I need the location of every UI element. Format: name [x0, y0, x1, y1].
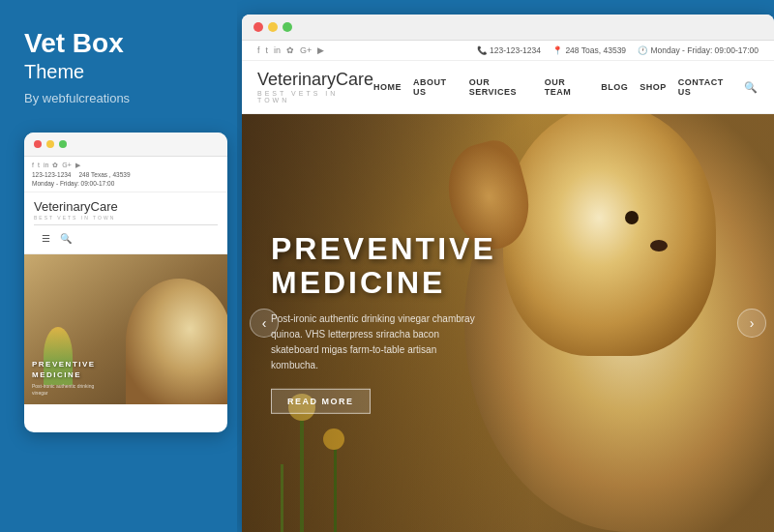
desktop-mockup: f t in ✿ G+ ▶ 📞 123-123-1234 📍 248 Toas,…: [242, 15, 774, 532]
mobile-logo-care: Care: [91, 199, 118, 214]
mobile-hero-title: PREVENTIVE MEDICINE: [32, 360, 96, 380]
mobile-logo-veterinary: Veterinary: [34, 199, 91, 214]
mobile-traffic-lights: [24, 133, 227, 157]
mobile-googleplus-icon: G+: [62, 162, 72, 169]
mobile-linkedin-icon: in: [44, 162, 48, 169]
instagram-icon[interactable]: ✿: [286, 45, 294, 55]
hero-prev-arrow[interactable]: ‹: [250, 309, 279, 338]
red-traffic-light[interactable]: [253, 22, 263, 32]
hero-flower-head-2: [323, 429, 344, 450]
mobile-yellow-dot: [46, 140, 54, 148]
hero-flower-stem-2: [334, 445, 337, 532]
nav-blog[interactable]: BLOG: [601, 82, 628, 92]
hero-title-line1: PREVENTIVE: [271, 232, 496, 266]
mobile-hero: PREVENTIVE MEDICINE Post-ironic authenti…: [24, 254, 227, 404]
mobile-info-row-hours: Monday - Friday: 09:00-17:00: [32, 180, 220, 187]
site-logo: VeterinaryCare BEST VETS IN TOWN: [257, 71, 373, 103]
site-topbar: f t in ✿ G+ ▶ 📞 123-123-1234 📍 248 Toas,…: [242, 41, 774, 61]
hero-flower-stem-1: [300, 416, 304, 532]
logo-care: Care: [336, 70, 373, 89]
traffic-lights: [253, 22, 292, 32]
mobile-logo-area: VeterinaryCare BEST VETS IN TOWN ☰ 🔍: [24, 192, 227, 254]
hero-next-arrow[interactable]: ›: [737, 309, 766, 338]
hero-title-line2: MEDICINE: [271, 266, 496, 300]
mobile-red-dot: [34, 140, 42, 148]
left-panel: Vet Box Theme By webfulcreations f t in …: [0, 0, 237, 532]
mobile-hours: Monday - Friday: 09:00-17:00: [32, 180, 114, 187]
logo-text: VeterinaryCare: [257, 71, 373, 88]
site-hero: PREVENTIVE MEDICINE Post-ironic authenti…: [242, 114, 774, 532]
yellow-traffic-light[interactable]: [268, 22, 278, 32]
mobile-instagram-icon: ✿: [52, 162, 58, 169]
mobile-address: 248 Texas , 43539: [78, 171, 130, 178]
hero-description: Post-ironic authentic drinking vinegar c…: [271, 311, 484, 373]
hero-flower-stem-3: [281, 464, 283, 532]
hero-title: PREVENTIVE MEDICINE: [271, 232, 496, 300]
linkedin-icon[interactable]: in: [274, 45, 281, 55]
nav-services[interactable]: OUR SERVICES: [469, 77, 533, 97]
mobile-social-icons: f t in ✿ G+ ▶: [32, 162, 220, 169]
hero-dog-eye: [625, 211, 639, 224]
green-traffic-light[interactable]: [283, 22, 292, 32]
site-header: VeterinaryCare BEST VETS IN TOWN HOME AB…: [242, 61, 774, 114]
topbar-phone: 📞 123-123-1234: [477, 45, 541, 55]
topbar-address: 📍 248 Toas, 43539: [552, 45, 626, 55]
twitter-icon[interactable]: t: [266, 45, 269, 55]
site-nav: HOME ABOUT US OUR SERVICES OUR TEAM BLOG…: [373, 77, 759, 97]
mobile-hero-description: Post-ironic authentic drinking vinegar: [32, 383, 109, 397]
mobile-topbar: f t in ✿ G+ ▶ 123-123-1234 248 Texas , 4…: [24, 157, 227, 192]
mobile-youtube-icon: ▶: [75, 162, 80, 169]
mobile-search-icon[interactable]: 🔍: [60, 233, 72, 244]
topbar-social-icons: f t in ✿ G+ ▶: [257, 45, 324, 55]
mobile-facebook-icon: f: [32, 162, 34, 169]
hero-dog-nose: [650, 240, 668, 251]
mobile-logo: VeterinaryCare: [34, 200, 218, 214]
mobile-green-dot: [59, 140, 67, 148]
googleplus-icon[interactable]: G+: [300, 45, 312, 55]
nav-contact-us[interactable]: CONTACT US: [678, 77, 733, 97]
mobile-hamburger-icon[interactable]: ☰: [42, 233, 50, 244]
nav-shop[interactable]: SHOP: [640, 82, 667, 92]
facebook-icon[interactable]: f: [257, 45, 260, 55]
youtube-icon[interactable]: ▶: [317, 45, 324, 55]
mobile-info-row-phone: 123-123-1234 248 Texas , 43539: [32, 171, 220, 178]
logo-veterinary: Veterinary: [257, 70, 336, 89]
topbar-info: 📞 123-123-1234 📍 248 Toas, 43539 🕐 Monda…: [477, 45, 759, 55]
mobile-hero-dog-body: [126, 279, 227, 404]
nav-about[interactable]: ABOUT US: [413, 77, 458, 97]
nav-search-icon[interactable]: 🔍: [744, 81, 759, 94]
mobile-nav-icons: ☰ 🔍: [34, 229, 218, 250]
mobile-logo-tagline: BEST VETS IN TOWN: [34, 215, 218, 221]
nav-team[interactable]: OUR TEAM: [545, 77, 590, 97]
nav-home[interactable]: HOME: [373, 82, 402, 92]
mobile-twitter-icon: t: [38, 162, 40, 169]
mobile-mockup: f t in ✿ G+ ▶ 123-123-1234 248 Texas , 4…: [24, 133, 227, 432]
mobile-phone-number: 123-123-1234: [32, 171, 71, 178]
hero-content: PREVENTIVE MEDICINE Post-ironic authenti…: [271, 232, 496, 414]
hero-dog-head: [503, 114, 716, 356]
browser-chrome: [242, 15, 774, 41]
logo-tagline: BEST VETS IN TOWN: [257, 90, 373, 103]
topbar-hours: 🕐 Monday - Friday: 09:00-17:00: [638, 45, 759, 55]
hero-cta-button[interactable]: READ MORE: [271, 389, 371, 414]
theme-title: Vet Box Theme By webfulcreations: [24, 29, 218, 105]
